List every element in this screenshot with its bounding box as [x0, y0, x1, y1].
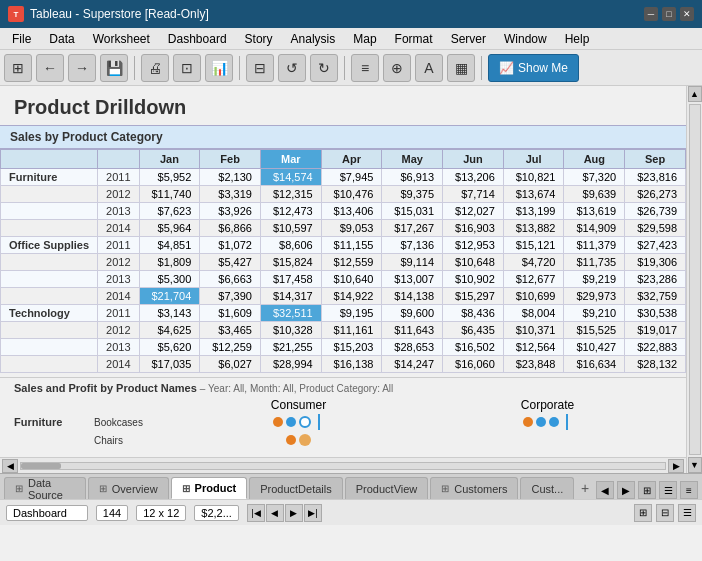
- forward-button[interactable]: →: [68, 54, 96, 82]
- table-row: 2013$7,623$3,926$12,473$13,406$15,031$12…: [1, 203, 686, 220]
- menu-help[interactable]: Help: [557, 30, 598, 48]
- size-field[interactable]: 12 x 12: [136, 505, 186, 521]
- col-feb[interactable]: Feb: [200, 150, 261, 169]
- cell-category: Furniture: [1, 169, 98, 186]
- view-button[interactable]: ⊡: [173, 54, 201, 82]
- menu-window[interactable]: Window: [496, 30, 555, 48]
- col-sep[interactable]: Sep: [625, 150, 686, 169]
- maximize-button[interactable]: □: [662, 7, 676, 21]
- tab-productview[interactable]: ProductView: [345, 477, 429, 499]
- col-jun[interactable]: Jun: [443, 150, 504, 169]
- tab-productdetails[interactable]: ProductDetails: [249, 477, 343, 499]
- menu-bar: File Data Worksheet Dashboard Story Anal…: [0, 28, 702, 50]
- tab-cust[interactable]: Cust...: [520, 477, 574, 499]
- cell-value: $8,606: [260, 237, 321, 254]
- scroll-thumb[interactable]: [21, 463, 61, 469]
- cell-value: $10,902: [443, 271, 504, 288]
- cell-value: $17,267: [382, 220, 443, 237]
- corporate-dots-bookcases: [423, 414, 672, 430]
- menu-dashboard[interactable]: Dashboard: [160, 30, 235, 48]
- scroll-right-button[interactable]: ▶: [668, 459, 684, 473]
- menu-analysis[interactable]: Analysis: [283, 30, 344, 48]
- sheet-type-dropdown[interactable]: Dashboard: [6, 505, 88, 521]
- menu-story[interactable]: Story: [237, 30, 281, 48]
- menu-data[interactable]: Data: [41, 30, 82, 48]
- label-button[interactable]: A: [415, 54, 443, 82]
- new-button[interactable]: ⊞: [4, 54, 32, 82]
- tab-more-button[interactable]: ≡: [680, 481, 698, 499]
- page-prev-button[interactable]: ◀: [266, 504, 284, 522]
- consumer-dots-chairs: [174, 434, 423, 446]
- cell-year: 2012: [98, 254, 139, 271]
- chart-button[interactable]: 📊: [205, 54, 233, 82]
- col-may[interactable]: May: [382, 150, 443, 169]
- tab-next-button[interactable]: ▶: [617, 481, 635, 499]
- menu-format[interactable]: Format: [387, 30, 441, 48]
- tab-grid-button[interactable]: ⊞: [638, 481, 656, 499]
- cell-value: $11,740: [139, 186, 200, 203]
- cell-value: $12,953: [443, 237, 504, 254]
- page-nav: |◀ ◀ ▶ ▶|: [247, 504, 322, 522]
- tab-product[interactable]: ⊞ Product: [171, 477, 248, 499]
- cell-value: $8,436: [443, 305, 504, 322]
- page-next-button[interactable]: ▶: [285, 504, 303, 522]
- tab-options-button[interactable]: ☰: [659, 481, 677, 499]
- tab-overview[interactable]: ⊞ Overview: [88, 477, 169, 499]
- redo-button[interactable]: ↻: [310, 54, 338, 82]
- menu-server[interactable]: Server: [443, 30, 494, 48]
- page-first-button[interactable]: |◀: [247, 504, 265, 522]
- scroll-track-v[interactable]: [689, 104, 701, 455]
- minimize-button[interactable]: ─: [644, 7, 658, 21]
- cell-value: $4,720: [503, 254, 564, 271]
- customers-tab-icon: ⊞: [441, 483, 449, 494]
- menu-file[interactable]: File: [4, 30, 39, 48]
- cell-value: $26,739: [625, 203, 686, 220]
- save-button[interactable]: 💾: [100, 54, 128, 82]
- cell-value: $12,259: [200, 339, 261, 356]
- horizontal-scrollbar[interactable]: ◀ ▶: [0, 457, 686, 473]
- scroll-track[interactable]: [20, 462, 666, 470]
- data-btn[interactable]: ▦: [447, 54, 475, 82]
- cell-category: [1, 271, 98, 288]
- cell-value: $7,390: [200, 288, 261, 305]
- tab-customers[interactable]: ⊞ Customers: [430, 477, 518, 499]
- more-icon[interactable]: ☰: [678, 504, 696, 522]
- vertical-scrollbar[interactable]: ▲ ▼: [686, 86, 702, 473]
- col-aug[interactable]: Aug: [564, 150, 625, 169]
- menu-worksheet[interactable]: Worksheet: [85, 30, 158, 48]
- dot-yellow-1: [299, 434, 311, 446]
- table-row: 2014$5,964$6,866$10,597$9,053$17,267$16,…: [1, 220, 686, 237]
- cell-value: $13,406: [321, 203, 382, 220]
- col-mar[interactable]: Mar: [260, 150, 321, 169]
- grid-icon[interactable]: ⊞: [634, 504, 652, 522]
- table-icon[interactable]: ⊟: [656, 504, 674, 522]
- dot-outline-1: [299, 416, 311, 428]
- cell-value: $22,883: [625, 339, 686, 356]
- cell-value: $5,300: [139, 271, 200, 288]
- page-last-button[interactable]: ▶|: [304, 504, 322, 522]
- zoom-field[interactable]: 144: [96, 505, 128, 521]
- print-button[interactable]: 🖨: [141, 54, 169, 82]
- cell-value: $11,155: [321, 237, 382, 254]
- tab-datasource[interactable]: ⊞ Data Source: [4, 477, 86, 499]
- menu-map[interactable]: Map: [345, 30, 384, 48]
- scroll-down-button[interactable]: ▼: [688, 457, 702, 473]
- filter-button[interactable]: ⊟: [246, 54, 274, 82]
- scroll-left-button[interactable]: ◀: [2, 459, 18, 473]
- col-apr[interactable]: Apr: [321, 150, 382, 169]
- col-jul[interactable]: Jul: [503, 150, 564, 169]
- cell-value: $15,031: [382, 203, 443, 220]
- col-year: [98, 150, 139, 169]
- group-button[interactable]: ⊕: [383, 54, 411, 82]
- cell-year: 2012: [98, 186, 139, 203]
- back-button[interactable]: ←: [36, 54, 64, 82]
- col-jan[interactable]: Jan: [139, 150, 200, 169]
- close-button[interactable]: ✕: [680, 7, 694, 21]
- sort-button[interactable]: ≡: [351, 54, 379, 82]
- scroll-up-button[interactable]: ▲: [688, 86, 702, 102]
- show-me-button[interactable]: 📈 Show Me: [488, 54, 579, 82]
- add-tab-button[interactable]: +: [576, 477, 594, 499]
- undo-button[interactable]: ↺: [278, 54, 306, 82]
- tab-prev-button[interactable]: ◀: [596, 481, 614, 499]
- cell-category: [1, 254, 98, 271]
